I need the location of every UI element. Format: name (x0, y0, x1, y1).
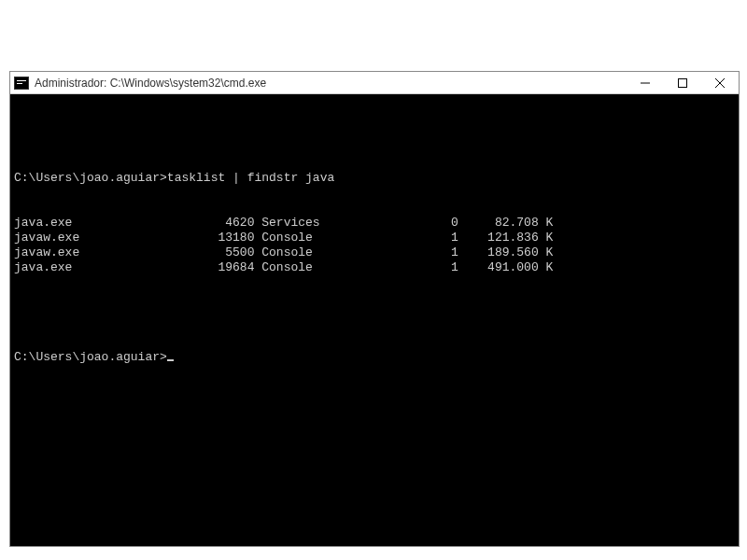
window-title: Administrador: C:\Windows\system32\cmd.e… (35, 77, 627, 90)
prompt: C:\Users\joao.aguiar> (14, 350, 167, 364)
cmd-window: Administrador: C:\Windows\system32\cmd.e… (9, 71, 740, 547)
command-line-2: C:\Users\joao.aguiar> (14, 350, 735, 365)
process-row: javaw.exe 13180 Console 1 121.836 K (14, 231, 735, 245)
titlebar[interactable]: Administrador: C:\Windows\system32\cmd.e… (10, 72, 739, 94)
terminal-body[interactable]: C:\Users\joao.aguiar>tasklist | findstr … (10, 94, 739, 546)
terminal-blank (14, 305, 735, 320)
command-line-1: C:\Users\joao.aguiar>tasklist | findstr … (14, 171, 735, 186)
prompt: C:\Users\joao.aguiar> (14, 171, 167, 185)
process-row: java.exe 4620 Services 0 82.708 K (14, 216, 735, 231)
minimize-button[interactable] (627, 72, 664, 93)
maximize-icon (678, 78, 687, 88)
close-button[interactable] (701, 72, 739, 93)
terminal-blank (14, 126, 735, 141)
process-row: javaw.exe 5500 Console 1 189.560 K (14, 245, 735, 260)
window-controls (627, 72, 739, 93)
process-row: java.exe 19684 Console 1 491.000 K (14, 260, 735, 275)
cmd-icon (14, 77, 29, 90)
svg-rect-1 (679, 78, 687, 87)
command-text: tasklist | findstr java (167, 171, 334, 185)
close-icon (715, 78, 725, 88)
minimize-icon (641, 78, 650, 88)
maximize-button[interactable] (664, 72, 701, 93)
process-rows: java.exe 4620 Services 0 82.708 Kjavaw.e… (14, 216, 735, 275)
cursor (167, 359, 174, 361)
